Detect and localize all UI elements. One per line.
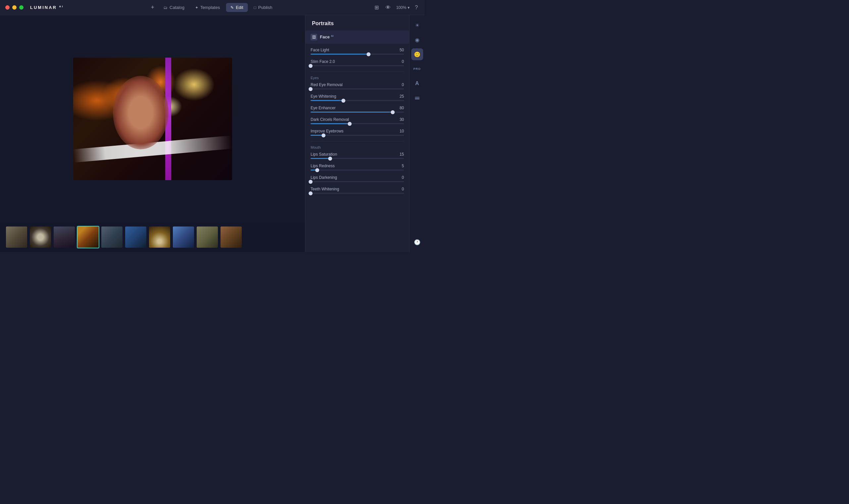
eye-enhancer-track[interactable] <box>311 112 404 113</box>
thumbnail <box>6 227 27 248</box>
lips-saturation-track[interactable] <box>311 158 404 159</box>
filmstrip-item[interactable] <box>29 226 52 248</box>
lips-darkening-track[interactable] <box>311 181 404 182</box>
filmstrip-item[interactable] <box>220 226 242 248</box>
teeth-whitening-value: 0 <box>396 187 404 192</box>
red-eye-track[interactable] <box>311 88 404 89</box>
lips-saturation-row: Lips Saturation 15 <box>305 151 409 162</box>
catalog-button[interactable]: 🗂 Catalog <box>159 3 189 12</box>
lips-redness-track[interactable] <box>311 169 404 170</box>
eye-enhancer-fill <box>311 112 393 113</box>
improve-eyebrows-label: Improve Eyebrows <box>311 129 343 133</box>
face-light-thumb[interactable] <box>366 52 371 56</box>
filmstrip-item[interactable] <box>172 226 195 248</box>
filmstrip-item-active[interactable] <box>77 226 100 248</box>
titlebar-nav: + 🗂 Catalog ✦ Templates ✎ Edit □ Publish <box>148 2 277 13</box>
publish-button[interactable]: □ Publish <box>249 3 277 12</box>
canvas-area <box>0 15 305 252</box>
filmstrip-item[interactable] <box>5 226 28 248</box>
eyes-category-label: Eyes <box>305 74 409 81</box>
lips-redness-thumb[interactable] <box>315 168 319 172</box>
face-icon-button[interactable]: 🙂 <box>411 48 423 60</box>
face-light-track[interactable] <box>311 54 404 55</box>
slim-face-value: 0 <box>396 59 404 64</box>
dark-circles-value: 30 <box>396 117 404 122</box>
dark-circles-fill <box>311 123 350 124</box>
photo-canvas[interactable] <box>73 58 232 180</box>
zoom-control[interactable]: 100% ▾ <box>396 5 410 10</box>
eye-enhancer-row: Eye Enhancer 80 <box>305 104 409 116</box>
layers-icon <box>414 95 420 101</box>
face-section-title: Face AI <box>320 34 404 39</box>
history-icon-button[interactable]: 🕐 <box>411 236 423 248</box>
eye-whitening-fill <box>311 100 343 101</box>
teeth-whitening-thumb[interactable] <box>309 192 312 195</box>
view-toggle-icon[interactable]: ⊞ <box>373 3 380 12</box>
layers-icon-button[interactable] <box>411 92 423 104</box>
face-section-icon: 🖼 <box>311 34 317 40</box>
lips-darkening-row: Lips Darkening 0 <box>305 174 409 185</box>
filmstrip-item[interactable] <box>101 226 123 248</box>
eye-whitening-value: 25 <box>396 94 404 99</box>
filmstrip-item[interactable] <box>125 226 147 248</box>
lips-saturation-thumb[interactable] <box>328 157 332 161</box>
photo-face <box>113 76 168 149</box>
svg-rect-2 <box>415 99 419 100</box>
panel-title: Portraits <box>305 15 409 31</box>
maximize-button[interactable] <box>19 5 23 10</box>
right-panel: Portraits 🖼 Face AI Face Light 50 <box>305 15 409 252</box>
thumbnail <box>149 227 170 248</box>
sun-icon-button[interactable]: ☀ <box>411 19 423 31</box>
thumbnail <box>30 227 51 248</box>
templates-button[interactable]: ✦ Templates <box>191 3 224 12</box>
edit-button[interactable]: ✎ Edit <box>226 3 248 12</box>
eye-icon[interactable]: 👁 <box>384 3 392 12</box>
improve-eyebrows-thumb[interactable] <box>322 133 325 138</box>
eye-enhancer-thumb[interactable] <box>391 110 395 114</box>
eye-whitening-thumb[interactable] <box>341 99 345 103</box>
traffic-lights <box>5 5 23 10</box>
improve-eyebrows-track[interactable] <box>311 135 404 136</box>
dark-circles-label: Dark Circels Removal <box>311 117 349 122</box>
teeth-whitening-label: Teeth Whitening <box>311 187 339 192</box>
lips-darkening-thumb[interactable] <box>309 180 312 184</box>
face-light-fill <box>311 54 368 55</box>
pro-button[interactable]: PRO <box>411 63 423 75</box>
filmstrip-item[interactable] <box>196 226 219 248</box>
eye-enhancer-value: 80 <box>396 106 404 110</box>
text-icon-button[interactable]: A <box>411 77 423 89</box>
red-eye-value: 0 <box>396 83 404 87</box>
divider <box>311 72 404 72</box>
face-section-header[interactable]: 🖼 Face AI <box>305 31 409 44</box>
catalog-icon: 🗂 <box>164 5 167 10</box>
app-logo: LUMINAR AI <box>30 5 64 10</box>
close-button[interactable] <box>5 5 10 10</box>
slim-face-thumb[interactable] <box>309 64 312 68</box>
lips-redness-row: Lips Redness 5 <box>305 162 409 174</box>
chevron-down-icon: ▾ <box>408 5 410 10</box>
dark-circles-thumb[interactable] <box>348 122 351 126</box>
minimize-button[interactable] <box>12 5 17 10</box>
help-icon[interactable]: ? <box>414 3 419 12</box>
slim-face-track[interactable] <box>311 65 404 66</box>
red-eye-label: Red Eye Removal <box>311 83 343 87</box>
lips-saturation-label: Lips Saturation <box>311 152 337 157</box>
right-toolbar: ☀ ◉ 🙂 PRO A 🕐 <box>409 15 424 252</box>
mouth-category-label: Mouth <box>305 143 409 151</box>
thumbnail <box>77 227 99 248</box>
thumbnail <box>220 227 242 248</box>
palette-icon-button[interactable]: ◉ <box>411 34 423 46</box>
panel-content: 🖼 Face AI Face Light 50 Slim Face 2.0 <box>305 31 409 252</box>
dark-circles-track[interactable] <box>311 123 404 124</box>
filmstrip-item[interactable] <box>148 226 171 248</box>
red-eye-thumb[interactable] <box>309 87 312 91</box>
teeth-whitening-track[interactable] <box>311 193 404 194</box>
add-button[interactable]: + <box>148 2 158 13</box>
titlebar: LUMINAR AI + 🗂 Catalog ✦ Templates ✎ Edi… <box>0 0 424 15</box>
canvas-wrapper <box>0 15 305 222</box>
thumbnail <box>101 227 123 248</box>
lips-darkening-label: Lips Darkening <box>311 175 337 180</box>
filmstrip-item[interactable] <box>53 226 75 248</box>
eye-whitening-track[interactable] <box>311 100 404 101</box>
face-light-row: Face Light 50 <box>305 47 409 58</box>
